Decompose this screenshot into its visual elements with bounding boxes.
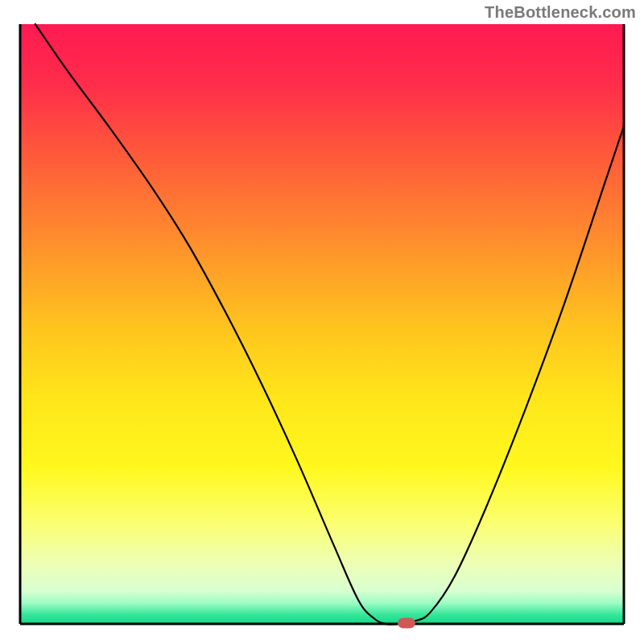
optimal-point-marker: [398, 618, 415, 629]
watermark-label: TheBottleneck.com: [485, 3, 636, 22]
chart-container: TheBottleneck.com: [0, 0, 644, 644]
bottleneck-chart: [0, 0, 644, 644]
plot-background: [20, 24, 624, 624]
